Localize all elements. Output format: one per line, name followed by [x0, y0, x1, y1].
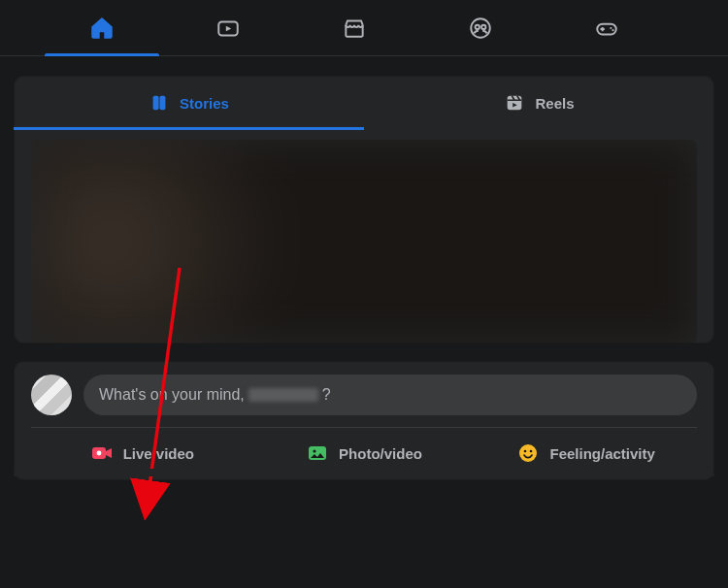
photo-video-icon [306, 441, 329, 465]
avatar[interactable] [31, 375, 72, 415]
nav-gaming[interactable] [544, 0, 670, 55]
page: Stories Reels What's on your mind, ? [0, 56, 728, 480]
next-card-hint [14, 469, 714, 476]
composer-divider [31, 427, 697, 428]
stories-strip[interactable] [31, 140, 697, 343]
composer-placeholder-prefix: What's on your mind, [99, 386, 245, 404]
reels-icon [504, 92, 525, 114]
marketplace-icon [342, 16, 367, 41]
composer-input[interactable]: What's on your mind, ? [83, 375, 697, 415]
svg-rect-7 [153, 96, 159, 111]
feeling-icon [516, 441, 540, 465]
svg-rect-4 [597, 23, 616, 34]
svg-point-6 [612, 29, 613, 31]
svg-rect-8 [160, 96, 166, 111]
svg-point-1 [471, 18, 490, 38]
groups-icon [468, 16, 493, 41]
tab-reels-label: Reels [535, 95, 574, 112]
stories-card: Stories Reels [14, 76, 714, 343]
nav-market[interactable] [291, 0, 417, 55]
stories-icon [149, 92, 170, 114]
svg-rect-9 [508, 96, 522, 111]
live-video-label: Live video [123, 445, 194, 462]
top-nav [0, 0, 728, 56]
svg-point-16 [530, 450, 533, 453]
svg-point-11 [96, 451, 101, 456]
composer-card: What's on your mind, ? Live video Photo/… [14, 361, 714, 480]
svg-point-2 [476, 24, 480, 28]
svg-point-15 [524, 450, 527, 453]
composer-placeholder-name-redacted [248, 388, 318, 402]
tab-stories-label: Stories [180, 95, 229, 112]
svg-point-14 [519, 444, 537, 462]
svg-point-3 [481, 24, 485, 28]
composer-placeholder-suffix: ? [322, 386, 331, 404]
stories-content-blurred [31, 140, 697, 343]
home-icon [89, 16, 115, 41]
svg-point-13 [313, 449, 315, 452]
feeling-activity-label: Feeling/activity [549, 445, 654, 462]
svg-point-5 [610, 26, 612, 28]
photo-video-label: Photo/video [339, 445, 422, 462]
tab-reels[interactable]: Reels [364, 76, 714, 130]
nav-watch[interactable] [165, 0, 291, 55]
live-video-icon [90, 441, 114, 465]
nav-groups[interactable] [417, 0, 544, 55]
stories-reels-tabs: Stories Reels [14, 76, 714, 130]
nav-home[interactable] [39, 0, 165, 55]
tab-stories[interactable]: Stories [14, 76, 364, 130]
gaming-icon [594, 16, 619, 41]
watch-icon [215, 16, 241, 41]
